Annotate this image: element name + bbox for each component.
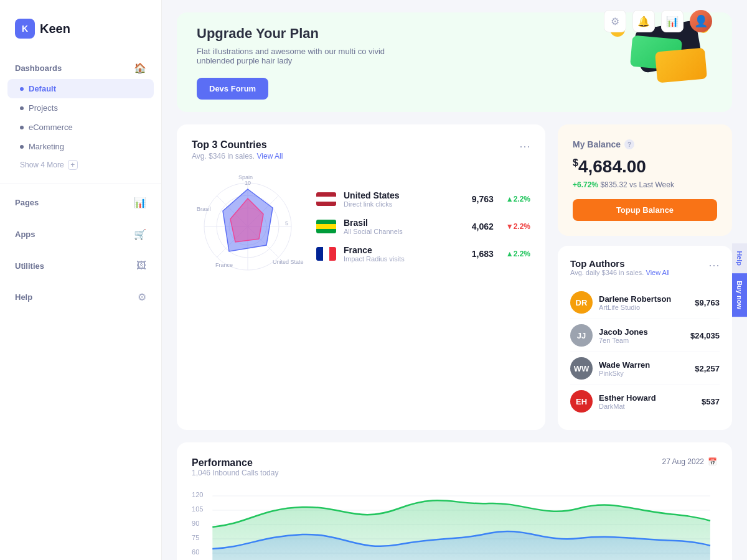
authors-subtitle: Avg. daily $346 in sales. View All [570, 269, 670, 276]
sidebar-section-apps: Apps 🛒 [0, 220, 161, 251]
apps-icon: 🛒 [134, 228, 146, 240]
upgrade-content: Upgrade Your Plan Flat illustrations and… [197, 26, 408, 100]
country-name-france: France [344, 245, 464, 255]
author-name-3: Esther Howard [599, 393, 695, 403]
author-company-0: ArtLife Studio [599, 304, 688, 311]
right-panel: My Balance ? $4,684.00 +6.72% $835.32 vs… [558, 124, 732, 430]
author-revenue-2: $2,257 [695, 364, 720, 373]
author-item-3: EH Esther Howard DarkMat $537 [570, 385, 720, 418]
countries-card-menu[interactable]: ⋯ [519, 139, 530, 153]
dashboards-icon: 🏠 [134, 62, 146, 74]
help-tab[interactable]: Help [732, 243, 747, 273]
country-info-brasil: Brasil All Social Channels [344, 218, 464, 235]
devs-forum-button[interactable]: Devs Forum [197, 78, 268, 100]
show-more-button[interactable]: Show 4 More + [0, 156, 161, 174]
author-company-1: 7en Team [599, 337, 684, 344]
authors-menu[interactable]: ⋯ [708, 258, 720, 272]
sidebar-section-header-dashboards[interactable]: Dashboards 🏠 [0, 57, 161, 79]
sidebar-item-label-ecommerce: eCommerce [29, 123, 73, 132]
logo-text: Keen [40, 22, 70, 36]
flag-france [316, 247, 336, 261]
author-info-1: Jacob Jones 7en Team [599, 327, 684, 344]
performance-card: Performance 1,046 Inbound Calls today 27… [177, 442, 732, 560]
author-avatar-0: DR [570, 291, 593, 314]
divider-1 [0, 184, 161, 184]
dot-icon [20, 126, 24, 129]
sidebar-section-header-apps[interactable]: Apps 🛒 [0, 223, 161, 245]
svg-text:120: 120 [192, 492, 204, 498]
sidebar-item-label-marketing: Marketing [29, 142, 64, 151]
sidebar-section-utilities: Utilities 🖼 [0, 251, 161, 282]
countries-view-all-link[interactable]: View All [257, 152, 283, 161]
sidebar-item-label-default: Default [29, 84, 56, 93]
analytics-button[interactable]: 📊 [661, 10, 684, 32]
sidebar-item-marketing[interactable]: Marketing [0, 137, 161, 156]
countries-card-subtitle: Avg. $346 in sales. View All [192, 152, 283, 161]
country-item-france: France Impact Radius visits 1,683 ▲2.2% [316, 245, 530, 263]
country-change-france: ▲2.2% [506, 250, 530, 258]
plus-icon: + [68, 160, 78, 170]
author-item-2: WW Wade Warren PinkSky $2,257 [570, 352, 720, 385]
dashboards-section-title: Dashboards [15, 63, 62, 73]
authors-view-all-link[interactable]: View All [646, 269, 670, 276]
card2-graphic [655, 48, 707, 83]
sidebar-section-dashboards: Dashboards 🏠 Default Projects eCommerce … [0, 54, 161, 180]
countries-card-header: Top 3 Countries Avg. $346 in sales. View… [192, 139, 530, 161]
user-avatar[interactable]: 👤 [690, 10, 712, 32]
svg-text:105: 105 [192, 506, 204, 513]
svg-text:United States: United States [273, 259, 304, 265]
sidebar-item-default[interactable]: Default [7, 79, 154, 98]
svg-text:France: France [215, 262, 233, 268]
authors-header: Top Authors Avg. daily $346 in sales. Vi… [570, 258, 720, 276]
sidebar-item-ecommerce[interactable]: eCommerce [0, 118, 161, 137]
authors-title-group: Top Authors Avg. daily $346 in sales. Vi… [570, 258, 670, 276]
svg-text:5: 5 [285, 220, 288, 226]
flag-us [316, 192, 336, 206]
country-name-brasil: Brasil [344, 218, 464, 228]
sidebar: K Keen Dashboards 🏠 Default Projects eCo… [0, 0, 162, 560]
author-name-0: Darlene Robertson [599, 294, 688, 304]
sidebar-section-header-help[interactable]: Help ⚙ [0, 286, 161, 308]
sidebar-section-header-pages[interactable]: Pages 📊 [0, 192, 161, 213]
author-company-2: PinkSky [599, 370, 688, 377]
upgrade-description: Flat illustrations and awesome with our … [197, 47, 408, 65]
author-company-3: DarkMat [599, 403, 695, 410]
sidebar-section-header-utilities[interactable]: Utilities 🖼 [0, 255, 161, 276]
svg-text:90: 90 [192, 520, 199, 527]
author-item-0: DR Darlene Robertson ArtLife Studio $9,7… [570, 286, 720, 319]
help-icon: ⚙ [138, 291, 146, 303]
logo: K Keen [0, 12, 161, 54]
flag-red-stripe [329, 247, 336, 261]
country-info-france: France Impact Radius visits [344, 245, 464, 263]
topup-button[interactable]: Topup Balance [573, 199, 717, 221]
perf-title: Performance [192, 457, 278, 469]
dot-icon [20, 145, 24, 149]
perf-title-group: Performance 1,046 Inbound Calls today [192, 457, 278, 487]
balance-change: +6.72% $835.32 vs Last Week [573, 180, 717, 189]
utilities-icon: 🖼 [136, 260, 146, 271]
flag-brasil [316, 220, 336, 233]
apps-section-title: Apps [15, 230, 35, 239]
sidebar-section-pages: Pages 📊 [0, 188, 161, 220]
settings-button[interactable]: ⚙ [604, 10, 626, 32]
authors-card: Top Authors Avg. daily $346 in sales. Vi… [558, 246, 732, 430]
balance-amount: $4,684.00 [573, 157, 717, 177]
author-revenue-3: $537 [702, 397, 720, 406]
balance-title: My Balance ? [573, 139, 717, 149]
dot-icon [20, 106, 24, 110]
sidebar-item-projects[interactable]: Projects [0, 98, 161, 118]
author-avatar-2: WW [570, 357, 593, 380]
svg-text:75: 75 [192, 534, 199, 541]
notifications-button[interactable]: 🔔 [632, 10, 655, 32]
countries-list: United States Direct link clicks 9,763 ▲… [316, 190, 530, 263]
help-section-title: Help [15, 292, 32, 302]
performance-chart: 120 105 90 75 60 45 30 [192, 490, 717, 560]
country-info-us: United States Direct link clicks [344, 190, 464, 208]
pages-section-title: Pages [15, 198, 39, 207]
countries-card: Top 3 Countries Avg. $346 in sales. View… [177, 124, 545, 430]
country-name-us: United States [344, 190, 464, 200]
calendar-icon[interactable]: 📅 [708, 457, 717, 466]
countries-card-title: Top 3 Countries [192, 139, 283, 151]
buy-now-tab[interactable]: Buy now [732, 273, 747, 317]
perf-subtitle: 1,046 Inbound Calls today [192, 469, 278, 477]
